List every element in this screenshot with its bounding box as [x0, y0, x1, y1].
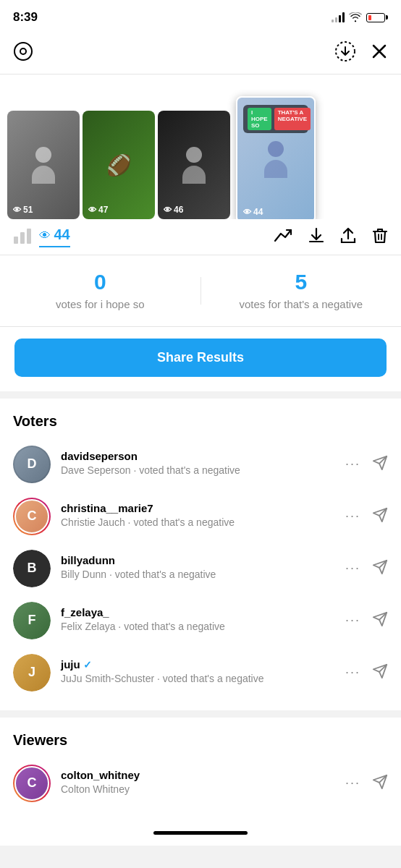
signal-bars-icon: [332, 12, 345, 22]
svg-rect-4: [20, 232, 25, 244]
gear-button[interactable]: [13, 41, 33, 64]
toolbar-right: [274, 227, 388, 247]
voter-username-5: juju ✓: [61, 658, 335, 671]
send-button-2[interactable]: [372, 507, 388, 526]
voter-username-4: f_zelaya_: [61, 606, 335, 618]
section-divider-1: [0, 391, 401, 399]
viewers-section: Viewers C colton_whitney Colton Whitney …: [0, 718, 401, 821]
status-bar: 8:39: [0, 0, 401, 32]
viewers-title: Viewers: [0, 729, 401, 757]
status-icons: [332, 12, 388, 22]
svg-point-0: [14, 43, 32, 60]
voter-info-5: juju ✓ JuJu Smith-Schuster · voted that'…: [61, 658, 335, 686]
voter-info-1: davidseperson Dave Seperson · voted that…: [61, 450, 335, 478]
more-button-3[interactable]: ···: [345, 561, 360, 576]
share-section: Share Results: [0, 327, 401, 391]
poll-label-1: votes for i hope so: [48, 297, 152, 312]
download-toolbar-button[interactable]: [308, 227, 324, 247]
poll-option-1: I HOPE SO: [248, 108, 271, 130]
svg-rect-3: [14, 237, 18, 244]
voter-info-3: billyadunn Billy Dunn · voted that's a n…: [61, 554, 335, 582]
voter-item-2: C christina__marie7 Christie Jauch · vot…: [0, 490, 401, 542]
send-button-5[interactable]: [372, 663, 388, 682]
voter-item-1: D davidseperson Dave Seperson · voted th…: [0, 438, 401, 490]
delete-button[interactable]: [372, 227, 388, 247]
share-toolbar-button[interactable]: [340, 227, 356, 247]
more-button-5[interactable]: ···: [345, 665, 360, 680]
voter-detail-3: Billy Dunn · voted that's a negative: [61, 568, 335, 582]
chart-button[interactable]: [13, 228, 32, 247]
more-button-1[interactable]: ···: [345, 456, 360, 472]
voter-actions-2: ···: [345, 507, 388, 526]
voter-info-2: christina__marie7 Christie Jauch · voted…: [61, 502, 335, 530]
poll-result-option1: 0 votes for i hope so: [0, 270, 200, 312]
avatar-coltonwhitney: C: [13, 765, 51, 802]
home-indicator: [153, 831, 248, 835]
avatar-juju: J: [13, 654, 51, 692]
poll-label-2: votes for that's a negative: [232, 297, 370, 312]
poll-option-2: THAT'S A NEGATIVE: [274, 108, 311, 130]
thumb-count-1: 👁 51: [13, 205, 33, 215]
voter-detail-1: Dave Seperson · voted that's a negative: [61, 464, 335, 478]
voter-actions-5: ···: [345, 663, 388, 682]
viewer-username-1: colton_whitney: [61, 769, 335, 781]
avatar-davidseperson: D: [13, 446, 51, 483]
voter-detail-4: Felix Zelaya · voted that's a negative: [61, 620, 335, 634]
share-results-button[interactable]: Share Results: [14, 339, 387, 377]
thumbnails-section: 👁 51 🏈 👁 47 👁 46: [0, 75, 401, 219]
download-button[interactable]: [334, 41, 356, 65]
voter-info-4: f_zelaya_ Felix Zelaya · voted that's a …: [61, 606, 335, 634]
viewer-item-1: C colton_whitney Colton Whitney ···: [0, 757, 401, 809]
voter-username-3: billyadunn: [61, 554, 335, 566]
verified-badge-juju: ✓: [83, 659, 92, 671]
status-time: 8:39: [13, 10, 38, 25]
voter-item-5: J juju ✓ JuJu Smith-Schuster · voted tha…: [0, 647, 401, 699]
thumbnail-1[interactable]: 👁 51: [7, 111, 80, 219]
toolbar: 👁 44: [0, 219, 401, 255]
top-controls-bar: [0, 32, 401, 75]
eye-icon: 👁: [39, 229, 51, 242]
voters-section: Voters D davidseperson Dave Seperson · v…: [0, 399, 401, 710]
voter-detail-2: Christie Jauch · voted that's a negative: [61, 516, 335, 530]
avatar-billyadunn: B: [13, 550, 51, 587]
battery-icon: [366, 13, 388, 22]
voter-username-2: christina__marie7: [61, 502, 335, 514]
voter-username-1: davidseperson: [61, 450, 335, 462]
svg-point-1: [20, 48, 26, 54]
send-button-1[interactable]: [372, 455, 388, 474]
voter-item-3: B billyadunn Billy Dunn · voted that's a…: [0, 542, 401, 595]
avatar-fzelaya: F: [13, 602, 51, 639]
more-button-4[interactable]: ···: [345, 613, 360, 628]
poll-result-option2: 5 votes for that's a negative: [201, 270, 402, 312]
avatar-christina: C: [13, 498, 51, 535]
poll-count-2: 5: [295, 270, 307, 294]
voter-detail-5: JuJu Smith-Schuster · voted that's a neg…: [61, 672, 335, 686]
send-button-3[interactable]: [372, 559, 388, 578]
thumb-count-3: 👁 46: [164, 205, 183, 215]
toolbar-active-indicator: [39, 246, 70, 247]
viewer-detail-1: Colton Whitney: [61, 783, 335, 797]
trending-button[interactable]: [274, 228, 292, 247]
view-count: 44: [54, 226, 69, 242]
voter-actions-4: ···: [345, 611, 388, 630]
more-button-2[interactable]: ···: [345, 509, 360, 524]
thumbnail-2[interactable]: 🏈 👁 47: [83, 111, 155, 219]
poll-overlay: I HOPE SO THAT'S A NEGATIVE: [243, 105, 308, 133]
voter-actions-1: ···: [345, 455, 388, 474]
viewer-actions-1: ···: [345, 774, 388, 793]
send-button-viewer-1[interactable]: [372, 774, 388, 793]
svg-rect-5: [27, 229, 31, 244]
thumbnail-3[interactable]: 👁 46: [158, 111, 230, 219]
voters-title: Voters: [0, 410, 401, 438]
bottom-bar: [0, 821, 401, 846]
section-divider-2: [0, 710, 401, 718]
more-button-viewer-1[interactable]: ···: [345, 775, 360, 791]
send-button-4[interactable]: [372, 611, 388, 630]
poll-results: 0 votes for i hope so 5 votes for that's…: [0, 255, 401, 327]
thumbnail-4-selected[interactable]: I HOPE SO THAT'S A NEGATIVE 👁 44: [236, 96, 316, 219]
voter-actions-3: ···: [345, 559, 388, 578]
thumb-count-2: 👁 47: [88, 205, 108, 215]
voter-item-4: F f_zelaya_ Felix Zelaya · voted that's …: [0, 595, 401, 647]
poll-count-1: 0: [94, 270, 106, 294]
close-button[interactable]: [371, 43, 388, 63]
